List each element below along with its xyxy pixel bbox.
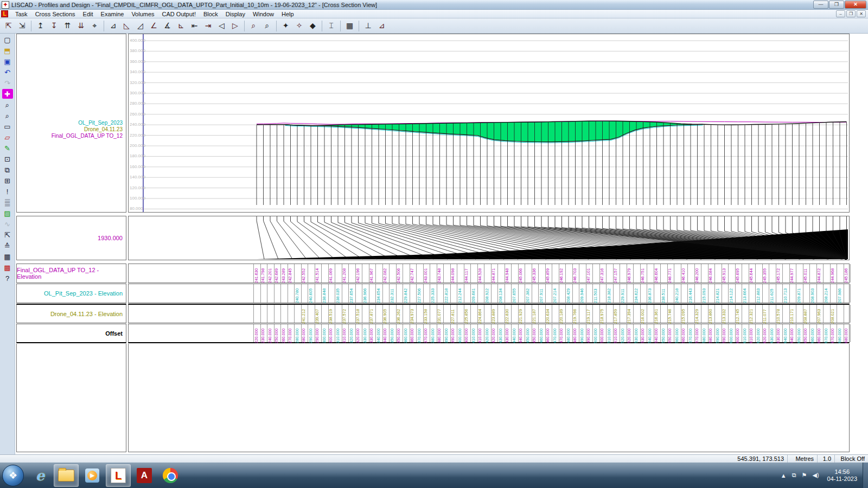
taskbar-chrome[interactable] xyxy=(158,464,183,487)
hidden-icons-button[interactable]: ▲ xyxy=(781,472,787,479)
taskbar-adobe-reader[interactable]: A xyxy=(132,464,157,487)
cell-value: 670.000 xyxy=(822,325,829,343)
child-close-button[interactable]: ✕ xyxy=(857,10,866,17)
capture-icon[interactable]: ⊡ xyxy=(2,154,13,164)
offset-left-icon[interactable]: ⇤ xyxy=(188,20,201,32)
column-divider xyxy=(396,284,397,303)
zoom-out-icon[interactable]: ⌕ xyxy=(2,111,13,120)
save-view-icon[interactable]: ⇲ xyxy=(16,20,28,32)
taskbar-internet-explorer[interactable]: e xyxy=(28,464,53,487)
offset-right-icon[interactable]: ⇥ xyxy=(202,20,214,32)
grid-icon[interactable]: ▦ xyxy=(343,20,356,32)
taskbar-windows-explorer[interactable] xyxy=(54,464,79,487)
column-divider xyxy=(437,284,437,303)
volume-icon[interactable]: ◆ xyxy=(307,20,319,32)
menu-item-block[interactable]: Block xyxy=(200,10,222,18)
menu-item-window[interactable]: Window xyxy=(249,10,278,18)
start-button[interactable]: ❖ xyxy=(2,465,24,486)
select-icon[interactable]: ▒ xyxy=(2,197,13,207)
surface-1-icon[interactable]: ✦ xyxy=(279,20,292,32)
cell-value: 640.000 xyxy=(782,325,789,343)
design-profile-icon[interactable]: ⊿ xyxy=(107,20,119,32)
section-down-icon[interactable]: ⇊ xyxy=(75,20,87,32)
zoom-in-icon[interactable]: ⌕ xyxy=(247,20,260,32)
help-icon[interactable]: ? xyxy=(2,273,13,283)
histogram-icon[interactable]: ⊥ xyxy=(362,20,374,32)
network-icon[interactable]: ⧉ xyxy=(792,472,796,479)
transform-icon[interactable]: ⧉ xyxy=(2,165,13,175)
redo-icon[interactable]: ↷ xyxy=(2,78,13,88)
menu-item-examine[interactable]: Examine xyxy=(97,10,128,18)
menu-item-task[interactable]: Task xyxy=(11,10,31,18)
open-view-icon[interactable]: ⇱ xyxy=(2,20,15,32)
export-icon[interactable]: ⇱ xyxy=(2,230,13,240)
open-folder-icon[interactable]: ⬒ xyxy=(2,46,13,55)
cell-value: 208.429 xyxy=(565,285,572,303)
text-style-icon[interactable]: ⌶ xyxy=(325,20,337,32)
play-right-icon[interactable]: ▷ xyxy=(229,20,241,32)
cell-value: 244.098 xyxy=(449,265,456,283)
cell-value: 242.845 xyxy=(286,265,293,283)
undo-icon[interactable]: ↶ xyxy=(2,67,13,77)
surface-2-icon[interactable]: ✧ xyxy=(293,20,305,32)
taskbar-media-player[interactable]: ▶ xyxy=(80,464,105,487)
cell-value: 440.000 xyxy=(517,325,524,343)
cell-value: 215.746 xyxy=(666,305,673,324)
bench-icon[interactable]: ⊾ xyxy=(175,20,187,32)
calculator-icon[interactable]: ⊞ xyxy=(2,176,13,185)
datum-icon[interactable]: ⌖ xyxy=(88,20,101,32)
curve-icon[interactable]: ∿ xyxy=(2,219,13,229)
point-up-icon[interactable]: ↥ xyxy=(34,20,47,32)
menu-item-display[interactable]: Display xyxy=(222,10,249,18)
batter-right-icon[interactable]: ◿ xyxy=(134,20,146,32)
cell-value: 680.000 xyxy=(843,325,850,343)
cell-value: 242.552 xyxy=(300,265,307,283)
save-icon[interactable]: ▣ xyxy=(2,56,13,66)
section-plot-pane[interactable] xyxy=(128,34,850,213)
zoom-out-icon[interactable]: ⌕ xyxy=(261,20,273,32)
menu-item-cross-sections[interactable]: Cross Sections xyxy=(31,10,79,18)
profile-chart-icon[interactable]: ⊿ xyxy=(375,20,388,32)
speaker-icon[interactable]: ◀) xyxy=(812,472,819,479)
grade-icon[interactable]: ∠ xyxy=(148,20,160,32)
column-divider xyxy=(497,305,498,323)
profile-icon[interactable]: ≙ xyxy=(2,241,13,251)
cell-value: 222.830 xyxy=(503,305,510,324)
cell-value: 221.929 xyxy=(517,305,524,324)
child-minimize-button[interactable]: – xyxy=(836,10,845,17)
menu-item-cad-output-[interactable]: CAD Output! xyxy=(158,10,200,18)
zoom-in-icon[interactable]: ⌕ xyxy=(2,100,13,110)
close-button[interactable]: ✕ xyxy=(845,1,866,9)
draw-icon[interactable]: ✎ xyxy=(2,143,13,153)
pan-icon[interactable]: ✚ xyxy=(2,89,13,99)
taskbar-liscad[interactable]: L xyxy=(106,464,131,487)
new-document-icon[interactable]: ▢ xyxy=(2,35,13,44)
menu-item-help[interactable]: Help xyxy=(278,10,298,18)
restore-button[interactable]: ❐ xyxy=(829,1,844,9)
show-desktop-button[interactable] xyxy=(863,463,868,488)
cell-value: 570.000 xyxy=(687,325,694,343)
adobe-reader-icon: A xyxy=(137,468,152,483)
menu-item-edit[interactable]: Edit xyxy=(79,10,97,18)
cell-value: 246.200 xyxy=(693,265,700,283)
batter-left-icon[interactable]: ◺ xyxy=(120,20,133,32)
pattern-icon[interactable]: ▩ xyxy=(2,262,13,272)
cell-value: 350.000 xyxy=(388,325,395,343)
note-icon[interactable]: ! xyxy=(2,187,13,196)
angle-icon[interactable]: ∡ xyxy=(161,20,174,32)
layers-icon[interactable]: ▱ xyxy=(2,132,13,142)
play-left-icon[interactable]: ◁ xyxy=(215,20,228,32)
section-up-icon[interactable]: ⇈ xyxy=(61,20,74,32)
menu-item-volumes[interactable]: Volumes xyxy=(127,10,158,18)
taskbar-clock[interactable]: 14:56 04-11-2023 xyxy=(827,468,857,483)
action-center-flag-icon[interactable]: ⚑ xyxy=(802,472,807,479)
cross-section-view[interactable]: OL_Pit_Sep_2023 Drone_04.11.23 Final_OGL… xyxy=(15,34,868,454)
child-restore-button[interactable]: ❐ xyxy=(846,10,856,17)
table-icon[interactable]: ▦ xyxy=(2,252,13,261)
column-divider xyxy=(375,305,376,323)
minimize-button[interactable]: — xyxy=(813,1,828,9)
cell-value: 230.000 xyxy=(259,325,266,343)
zoom-window-icon[interactable]: ▭ xyxy=(2,121,13,131)
point-down-icon[interactable]: ↧ xyxy=(48,20,60,32)
hatch-icon[interactable]: ▨ xyxy=(2,208,13,218)
